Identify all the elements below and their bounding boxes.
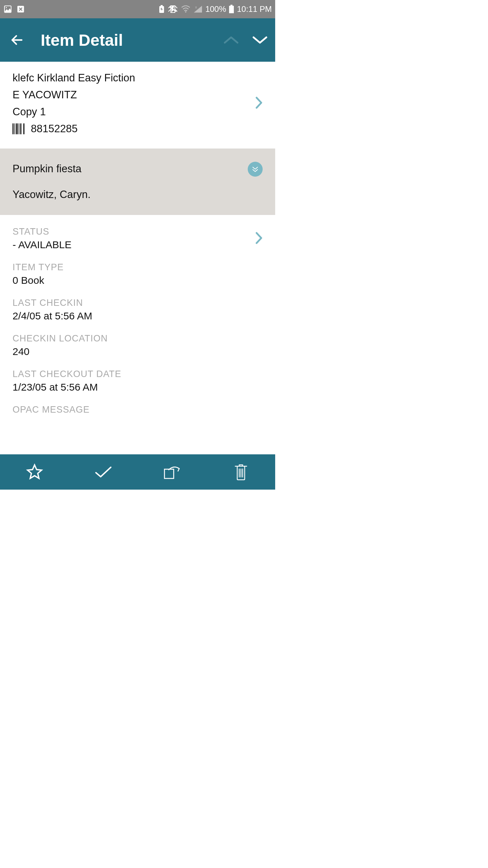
battery-saver-icon [159,5,165,14]
expand-button[interactable] [248,162,263,177]
barcode-row: 88152285 [13,123,135,135]
title-section[interactable]: Pumpkin fiesta Yacowitz, Caryn. [0,149,275,215]
opac-message-row: OPAC MESSAGE [13,393,263,415]
photo-icon [3,5,12,14]
book-author: Yacowitz, Caryn. [13,189,90,201]
svg-rect-12 [19,123,19,134]
battery-icon [229,5,234,14]
item-location: klefc Kirkland Easy Fiction [13,72,135,84]
page-title: Item Detail [41,31,223,50]
status-label: STATUS [13,226,72,237]
details-list: STATUS - AVAILABLE ITEM TYPE 0 Book LAST… [0,215,275,415]
svg-rect-8 [230,5,232,6]
svg-rect-13 [20,123,21,134]
opac-message-label: OPAC MESSAGE [13,405,263,415]
barcode-number: 88152285 [31,123,78,135]
svg-point-1 [6,7,7,8]
svg-point-5 [185,11,186,13]
delete-button[interactable] [231,462,251,482]
battery-percent: 100% [205,4,226,14]
svg-rect-10 [15,123,15,134]
wifi-icon [181,5,190,13]
item-copy: Copy 1 [13,106,135,118]
item-type-label: ITEM TYPE [13,262,263,273]
barcode-icon [13,123,27,134]
next-item-button[interactable] [251,35,268,45]
prev-item-button[interactable] [223,35,240,45]
item-call-number: E YACOWITZ [13,89,135,101]
last-checkin-value: 2/4/05 at 5:56 AM [13,310,263,322]
checkin-location-label: CHECKIN LOCATION [13,333,263,344]
main-content: klefc Kirkland Easy Fiction E YACOWITZ C… [0,62,275,454]
last-checkin-label: LAST CHECKIN [13,298,263,308]
item-type-row: ITEM TYPE 0 Book [13,251,263,286]
app-bar: Item Detail [0,18,275,62]
svg-rect-11 [16,123,18,134]
book-title: Pumpkin fiesta [13,163,90,175]
last-checkout-value: 1/23/05 at 5:56 AM [13,381,263,393]
signal-icon: x [193,5,203,13]
checkmark-button[interactable] [93,462,114,482]
item-type-value: 0 Book [13,275,263,286]
svg-rect-15 [164,469,174,478]
back-button[interactable] [7,33,27,47]
status-right-indicators: x 100% 10:11 PM [159,4,272,14]
status-bar: x 100% 10:11 PM [0,0,275,18]
item-header[interactable]: klefc Kirkland Easy Fiction E YACOWITZ C… [0,62,275,149]
svg-rect-7 [229,6,234,13]
status-value: - AVAILABLE [13,239,72,251]
last-checkin-row: LAST CHECKIN 2/4/05 at 5:56 AM [13,286,263,322]
status-row[interactable]: STATUS - AVAILABLE [13,215,263,251]
svg-rect-14 [23,123,24,134]
bottom-bar [0,454,275,490]
svg-rect-4 [161,5,163,6]
checkin-location-row: CHECKIN LOCATION 240 [13,322,263,357]
last-checkout-label: LAST CHECKOUT DATE [13,369,263,379]
export-button[interactable] [162,462,182,482]
last-checkout-row: LAST CHECKOUT DATE 1/23/05 at 5:56 AM [13,357,263,393]
close-notification-icon [16,5,25,14]
checkin-location-value: 240 [13,346,263,357]
status-left-icons [3,5,25,14]
favorite-button[interactable] [24,462,45,482]
chevron-right-icon [255,96,263,111]
vibrate-icon [167,5,178,14]
clock-time: 10:11 PM [237,4,272,14]
svg-text:x: x [195,5,197,9]
svg-rect-9 [13,123,14,134]
chevron-right-icon [255,232,263,246]
